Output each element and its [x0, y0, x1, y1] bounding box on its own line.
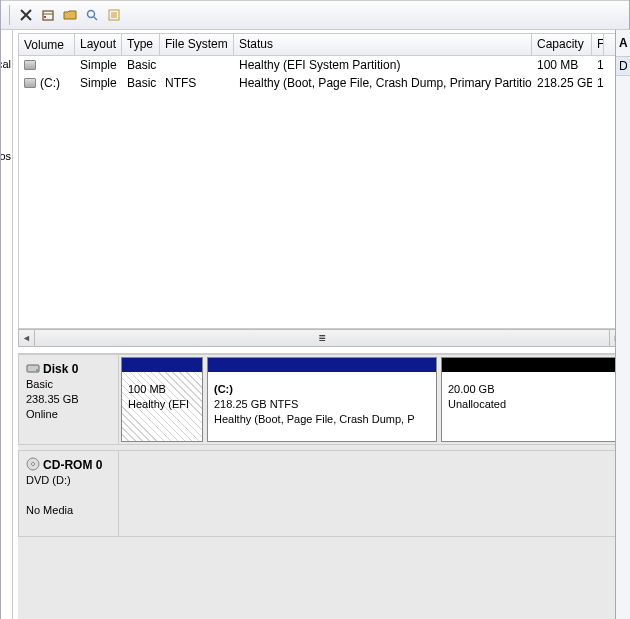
svg-line-4 — [94, 17, 97, 20]
volume-status: Healthy (EFI System Partition) — [234, 58, 532, 72]
col-volume[interactable]: Volume — [19, 34, 75, 55]
disk-info[interactable]: Disk 0Basic238.35 GBOnline — [19, 355, 119, 444]
col-status[interactable]: Status — [234, 34, 532, 55]
partition[interactable]: (C:)218.25 GB NTFSHealthy (Boot, Page Fi… — [207, 357, 437, 442]
col-free[interactable]: F — [592, 34, 604, 55]
disk-graphical-panel: Disk 0Basic238.35 GBOnline100 MBHealthy … — [18, 353, 629, 619]
drive-icon — [24, 60, 36, 70]
delete-icon[interactable] — [16, 5, 36, 25]
partition-body: 100 MBHealthy (EFI — [122, 372, 202, 441]
volume-fs: NTFS — [160, 76, 234, 90]
partition[interactable]: 100 MBHealthy (EFI — [121, 357, 203, 442]
volume-layout: Simple — [75, 76, 122, 90]
scroll-left-icon[interactable]: ◄ — [19, 330, 35, 346]
disk-type: Basic — [26, 378, 53, 390]
volume-row[interactable]: (C:)SimpleBasicNTFSHealthy (Boot, Page F… — [19, 74, 628, 92]
horizontal-scrollbar[interactable]: ◄ ≡ ► — [18, 329, 626, 347]
svg-point-10 — [36, 369, 38, 371]
volume-status: Healthy (Boot, Page File, Crash Dump, Pr… — [234, 76, 532, 90]
disk-name: CD-ROM 0 — [43, 458, 102, 472]
actions-pane-fragment: A D — [615, 30, 630, 619]
actions-header: A — [616, 30, 630, 56]
disk-type: DVD (D:) — [26, 474, 71, 486]
volume-type: Basic — [122, 76, 160, 90]
volume-type: Basic — [122, 58, 160, 72]
disk-state: No Media — [26, 504, 73, 516]
col-layout[interactable]: Layout — [75, 34, 122, 55]
disk-entry: CD-ROM 0DVD (D:)No Media — [18, 450, 629, 537]
svg-point-3 — [88, 11, 95, 18]
partition-text: Healthy (EFI — [128, 398, 189, 410]
volume-row[interactable]: SimpleBasicHealthy (EFI System Partition… — [19, 56, 628, 74]
volume-layout: Simple — [75, 58, 122, 72]
disk-icon — [26, 363, 40, 375]
scroll-grip-icon[interactable]: ≡ — [317, 330, 327, 346]
svg-rect-2 — [44, 16, 46, 18]
svg-rect-0 — [43, 11, 53, 20]
properties-icon[interactable] — [38, 5, 58, 25]
find-icon[interactable] — [82, 5, 102, 25]
volume-capacity: 100 MB — [532, 58, 592, 72]
volume-list: Volume Layout Type File System Status Ca… — [18, 33, 629, 329]
disk-map: 100 MBHealthy (EFI (C:)218.25 GB NTFSHea… — [119, 355, 628, 444]
col-filesystem[interactable]: File System — [160, 34, 234, 55]
toolbar-separator — [9, 5, 10, 25]
volume-list-header: Volume Layout Type File System Status Ca… — [19, 34, 628, 56]
volume-free: 1 — [592, 76, 604, 90]
disk-size: 238.35 GB — [26, 393, 79, 405]
actions-item[interactable]: D — [616, 56, 630, 76]
disk-info[interactable]: CD-ROM 0DVD (D:)No Media — [19, 451, 119, 536]
drive-icon — [24, 78, 36, 88]
disk-entry: Disk 0Basic238.35 GBOnline100 MBHealthy … — [18, 354, 629, 445]
left-label: os — [0, 150, 11, 162]
partition-label: (C:) — [214, 383, 233, 395]
disk-map — [119, 451, 628, 536]
partition-text: 20.00 GB — [448, 383, 494, 395]
partition-text: Healthy (Boot, Page File, Crash Dump, P — [214, 413, 415, 425]
open-icon[interactable] — [60, 5, 80, 25]
left-label: cal — [0, 58, 11, 70]
partition-text: 218.25 GB NTFS — [214, 398, 298, 410]
disk-state: Online — [26, 408, 58, 420]
details-icon[interactable] — [104, 5, 124, 25]
left-sidebar-fragment: cal os — [1, 30, 13, 619]
partition-header — [122, 358, 202, 372]
cd-icon — [26, 459, 40, 471]
partition-body: 20.00 GBUnallocated — [442, 372, 622, 441]
partition-text: Unallocated — [448, 398, 506, 410]
svg-point-12 — [32, 463, 35, 466]
col-capacity[interactable]: Capacity — [532, 34, 592, 55]
toolbar — [1, 0, 629, 30]
disk-name: Disk 0 — [43, 362, 78, 376]
partition-body: (C:)218.25 GB NTFSHealthy (Boot, Page Fi… — [208, 372, 436, 441]
col-type[interactable]: Type — [122, 34, 160, 55]
volume-name: (C:) — [40, 76, 60, 90]
partition-header — [442, 358, 622, 372]
volume-capacity: 218.25 GB — [532, 76, 592, 90]
volume-free: 1 — [592, 58, 604, 72]
partition-header — [208, 358, 436, 372]
partition[interactable]: 20.00 GBUnallocated — [441, 357, 623, 442]
partition-text: 100 MB — [128, 383, 166, 395]
